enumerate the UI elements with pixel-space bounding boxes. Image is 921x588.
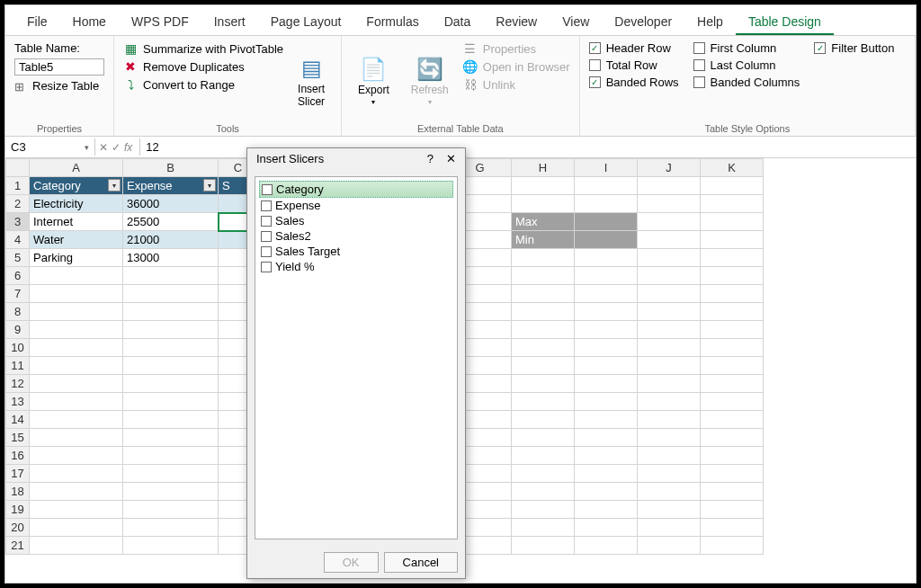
slicer-item-sales2[interactable]: Sales2 (259, 228, 453, 244)
select-all-cell[interactable] (6, 159, 30, 177)
cell[interactable]: 25500 (123, 213, 219, 231)
cell[interactable]: Min (512, 231, 575, 249)
col-header[interactable]: I (575, 159, 638, 177)
export-button[interactable]: Export ▾ (351, 41, 397, 121)
checkbox-off-icon[interactable] (262, 184, 273, 195)
tab-table-design[interactable]: Table Design (736, 11, 834, 35)
table-header-cell[interactable]: Category▾ (30, 177, 123, 195)
tab-wps-pdf[interactable]: WPS PDF (119, 11, 201, 35)
tab-home[interactable]: Home (60, 11, 119, 35)
row-header[interactable]: 14 (6, 411, 30, 429)
checkbox-off-icon[interactable] (261, 262, 272, 272)
col-header[interactable]: H (512, 159, 575, 177)
row-header[interactable]: 18 (6, 483, 30, 501)
row-header[interactable]: 7 (6, 285, 30, 303)
tab-view[interactable]: View (550, 11, 602, 35)
row-header[interactable]: 15 (6, 429, 30, 447)
col-header[interactable]: K (701, 159, 764, 177)
open-in-browser-label: Open in Browser (483, 60, 570, 74)
slicer-item-sales[interactable]: Sales (259, 213, 453, 228)
slicer-item-category[interactable]: Category (259, 181, 453, 198)
cell[interactable]: 13000 (123, 249, 219, 267)
insert-slicers-dialog: Insert Slicers ? ✕ Category Expense Sale… (246, 147, 466, 579)
checkbox-off-icon (589, 59, 601, 71)
cell[interactable]: 36000 (123, 195, 219, 213)
refresh-button: Refresh ▾ (404, 41, 456, 121)
tab-file[interactable]: File (14, 11, 60, 35)
resize-table-button[interactable]: Resize Table (32, 79, 99, 93)
table-header-cell[interactable]: Expense▾ (123, 177, 219, 195)
row-header[interactable]: 17 (6, 465, 30, 483)
last-column-checkbox[interactable]: Last Column (693, 58, 800, 72)
cell[interactable] (575, 231, 638, 249)
col-header[interactable]: A (30, 159, 123, 177)
tab-page-layout[interactable]: Page Layout (258, 11, 354, 35)
tab-insert[interactable]: Insert (201, 11, 258, 35)
row-header[interactable]: 8 (6, 303, 30, 321)
row-header[interactable]: 1 (6, 177, 30, 195)
tab-data[interactable]: Data (432, 11, 484, 35)
row-header[interactable]: 13 (6, 393, 30, 411)
total-row-checkbox[interactable]: Total Row (589, 58, 679, 72)
summarize-pivot-button[interactable]: Summarize with PivotTable (123, 41, 283, 56)
cancel-button[interactable]: Cancel (384, 552, 458, 573)
slicer-item-expense[interactable]: Expense (259, 198, 453, 213)
refresh-label: Refresh (411, 84, 449, 96)
name-box[interactable]: C3 ▾ (5, 138, 95, 156)
cell[interactable] (575, 213, 638, 231)
header-row-checkbox[interactable]: Header Row (589, 41, 679, 55)
tab-developer[interactable]: Developer (602, 11, 684, 35)
row-header[interactable]: 5 (6, 249, 30, 267)
remove-duplicates-button[interactable]: Remove Duplicates (123, 59, 283, 74)
row-header[interactable]: 11 (6, 357, 30, 375)
row-header[interactable]: 21 (6, 537, 30, 555)
filter-dropdown-icon[interactable]: ▾ (203, 179, 216, 192)
tab-review[interactable]: Review (483, 11, 550, 35)
last-column-label: Last Column (711, 58, 776, 72)
cell[interactable]: Max (512, 213, 575, 231)
insert-slicer-button[interactable]: Insert Slicer (291, 41, 332, 121)
unlink-button: Unlink (463, 77, 570, 92)
checkbox-off-icon[interactable] (261, 231, 272, 242)
row-header[interactable]: 3 (6, 213, 30, 231)
help-icon[interactable]: ? (427, 152, 434, 165)
row-header[interactable]: 6 (6, 267, 30, 285)
slicer-item-yield[interactable]: Yield % (259, 259, 453, 274)
convert-to-range-button[interactable]: Convert to Range (123, 77, 283, 92)
cell[interactable]: Internet (30, 213, 123, 231)
banded-rows-checkbox[interactable]: Banded Rows (589, 76, 679, 89)
slicer-item-sales-target[interactable]: Sales Target (259, 244, 453, 259)
row-header[interactable]: 12 (6, 375, 30, 393)
accept-formula-icon[interactable]: ✓ (112, 141, 121, 154)
checkbox-off-icon[interactable] (261, 200, 272, 211)
cell[interactable]: Parking (30, 249, 123, 267)
checkbox-off-icon (693, 42, 705, 54)
filter-button-checkbox[interactable]: Filter Button (814, 41, 894, 55)
table-name-input[interactable] (14, 58, 104, 76)
fx-icon[interactable]: fx (124, 141, 132, 154)
close-icon[interactable]: ✕ (446, 152, 456, 165)
cell[interactable]: 21000 (123, 231, 219, 249)
cell[interactable]: Water (30, 231, 123, 249)
cell[interactable]: Electricity (30, 195, 123, 213)
tab-formulas[interactable]: Formulas (353, 11, 431, 35)
checkbox-off-icon[interactable] (261, 246, 272, 257)
checkbox-off-icon[interactable] (261, 216, 272, 227)
tab-help[interactable]: Help (684, 11, 736, 35)
row-header[interactable]: 10 (6, 339, 30, 357)
banded-columns-checkbox[interactable]: Banded Columns (693, 76, 800, 89)
filter-dropdown-icon[interactable]: ▾ (108, 179, 121, 192)
row-header[interactable]: 16 (6, 447, 30, 465)
col-header[interactable]: J (638, 159, 701, 177)
first-column-checkbox[interactable]: First Column (693, 41, 800, 55)
total-row-label: Total Row (606, 58, 657, 72)
formula-input[interactable]: 12 (139, 138, 164, 156)
row-header[interactable]: 2 (6, 195, 30, 213)
row-header[interactable]: 19 (6, 501, 30, 519)
cancel-formula-icon[interactable]: ✕ (99, 141, 108, 154)
refresh-icon (417, 57, 443, 82)
row-header[interactable]: 9 (6, 321, 30, 339)
row-header[interactable]: 20 (6, 519, 30, 537)
col-header[interactable]: B (123, 159, 219, 177)
row-header[interactable]: 4 (6, 231, 30, 249)
